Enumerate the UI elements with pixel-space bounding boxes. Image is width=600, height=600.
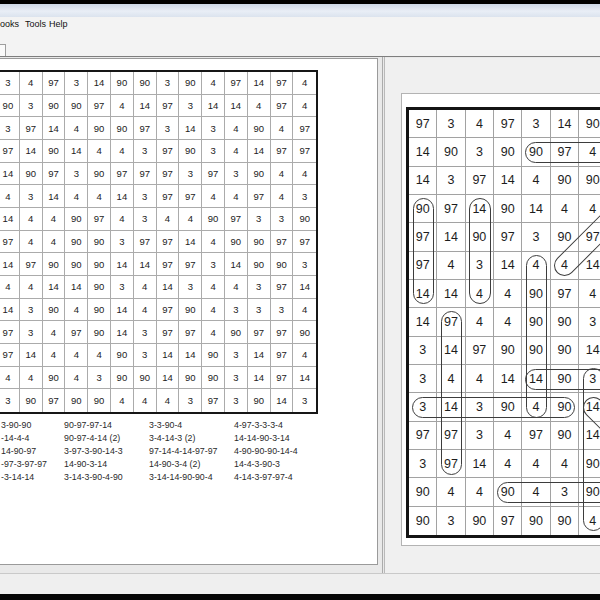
number-cell: 14: [522, 195, 550, 223]
number-cell: 4: [20, 208, 43, 231]
number-cell: 4: [202, 231, 225, 254]
number-cell: 3: [202, 140, 225, 163]
number-cell: 90: [88, 276, 111, 299]
word-list-item: 3-14-3-90-4-90: [64, 471, 123, 484]
word-list-item: 4-97-3-3-3-4: [234, 419, 298, 432]
number-cell: 3: [225, 163, 248, 186]
panel-splitter[interactable]: [382, 57, 385, 573]
number-cell: 90: [551, 167, 579, 195]
number-cell: 3: [0, 117, 20, 140]
number-cell: 90: [494, 337, 522, 365]
number-cell: 14: [271, 389, 294, 412]
number-cell: 4: [225, 276, 248, 299]
word-list-item: -14-4-4: [1, 432, 47, 445]
number-cell: 3: [293, 389, 316, 412]
answer-oval-h: [497, 482, 600, 503]
puzzle-page-preview[interactable]: 3497314909039049714974903909097414973141…: [0, 58, 378, 565]
number-cell: 97: [157, 185, 180, 208]
number-cell: 90: [88, 321, 111, 344]
number-cell: 3: [134, 185, 157, 208]
number-cell: 90: [248, 117, 271, 140]
number-cell: 97: [494, 110, 522, 138]
number-cell: 97: [248, 321, 271, 344]
number-cell: 4: [88, 140, 111, 163]
number-cell: 97: [271, 321, 294, 344]
number-cell: 90: [271, 253, 294, 276]
number-cell: 90: [43, 95, 66, 118]
number-cell: 3: [248, 276, 271, 299]
number-cell: 97: [271, 95, 294, 118]
number-cell: 3: [179, 95, 202, 118]
number-cell: 4: [494, 308, 522, 336]
number-cell: 14: [43, 185, 66, 208]
number-cell: 90: [88, 253, 111, 276]
number-cell: 4: [43, 344, 66, 367]
number-cell: 14: [157, 276, 180, 299]
number-cell: 90: [293, 321, 316, 344]
number-cell: 97: [522, 422, 550, 450]
number-cell: 97: [271, 367, 294, 390]
word-list-item: 3-97-3-90-14-3: [64, 445, 123, 458]
menu-item-help[interactable]: Help: [49, 19, 68, 30]
number-cell: 4: [494, 422, 522, 450]
menu-item-tools[interactable]: Tools: [25, 19, 46, 30]
solution-page-preview[interactable]: 9734973149014903909097414397144909090971…: [401, 93, 600, 546]
number-cell: 90: [88, 231, 111, 254]
number-cell: 4: [225, 185, 248, 208]
number-cell: 4: [43, 208, 66, 231]
number-cell: 97: [88, 208, 111, 231]
number-cell: 90: [293, 208, 316, 231]
number-cell: 4: [134, 299, 157, 322]
word-list-item: 14-14-90-3-14: [234, 432, 298, 445]
word-list-column: 3-90-90-14-4-414-90-97-97-3-97-97-3-14-1…: [1, 419, 47, 484]
number-cell: 90: [551, 308, 579, 336]
solution-number-grid: 9734973149014903909097414397144909090971…: [406, 107, 600, 538]
number-cell: 3: [20, 321, 43, 344]
menu-item-books[interactable]: Books: [0, 19, 19, 30]
number-cell: 90: [409, 507, 437, 535]
number-cell: 3: [248, 299, 271, 322]
answer-oval-h: [525, 142, 600, 163]
toolbar: [0, 31, 600, 56]
number-cell: 90: [65, 208, 88, 231]
number-cell: 4: [202, 72, 225, 95]
number-cell: 4: [0, 367, 20, 390]
number-cell: 14: [494, 365, 522, 393]
word-list-column: 90-97-97-1490-97-4-14 (2)3-97-3-90-14-31…: [64, 419, 123, 484]
number-cell: 90: [43, 140, 66, 163]
number-cell: 4: [111, 95, 134, 118]
number-cell: 97: [409, 422, 437, 450]
number-cell: 90: [65, 95, 88, 118]
number-cell: 90: [111, 367, 134, 390]
number-cell: 14: [0, 253, 20, 276]
number-cell: 4: [0, 276, 20, 299]
number-cell: 3: [202, 253, 225, 276]
number-cell: 3: [293, 185, 316, 208]
number-cell: 90: [202, 367, 225, 390]
number-cell: 4: [293, 95, 316, 118]
workspace: 3497314909039049714974903909097414973141…: [0, 56, 600, 573]
number-cell: 90: [88, 163, 111, 186]
number-cell: 90: [579, 110, 600, 138]
number-cell: 90: [111, 344, 134, 367]
number-cell: 3: [271, 299, 294, 322]
number-cell: 14: [494, 167, 522, 195]
number-cell: 97: [179, 321, 202, 344]
number-cell: 3: [179, 389, 202, 412]
number-cell: 3: [179, 163, 202, 186]
number-cell: 97: [293, 140, 316, 163]
number-cell: 14: [179, 231, 202, 254]
word-list-item: 14-90-3-14: [64, 458, 123, 471]
number-cell: 97: [466, 337, 494, 365]
number-cell: 90: [466, 507, 494, 535]
number-cell: 3: [466, 138, 494, 166]
number-cell: 3: [437, 167, 465, 195]
number-cell: 90: [0, 95, 20, 118]
number-cell: 4: [293, 72, 316, 95]
word-list-item: -3-14-14: [1, 471, 47, 484]
number-cell: 4: [65, 117, 88, 140]
number-cell: 97: [225, 208, 248, 231]
number-cell: 4: [522, 167, 550, 195]
number-cell: 14: [437, 223, 465, 251]
status-bar: [0, 573, 600, 594]
